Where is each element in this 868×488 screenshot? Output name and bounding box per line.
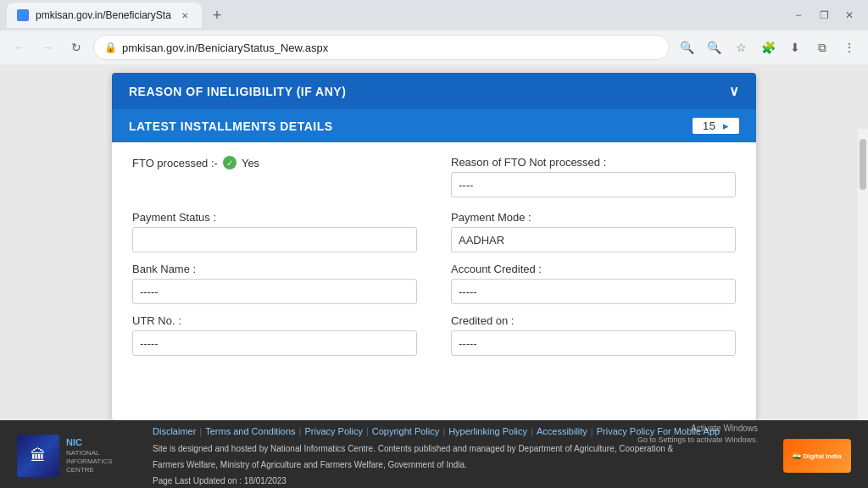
installment-badge: 15 ▸	[693, 118, 739, 134]
fto-left: FTO processed :- ✓ Yes	[132, 156, 417, 173]
copyright-link[interactable]: Copyright Policy	[372, 424, 439, 440]
close-button[interactable]: ✕	[837, 3, 861, 27]
forward-button[interactable]: →	[36, 36, 59, 59]
payment-status-input[interactable]	[132, 227, 417, 252]
payment-status-group: Payment Status :	[132, 211, 417, 252]
disclaimer-link[interactable]: Disclaimer	[153, 424, 196, 440]
menu-icon[interactable]: ⋮	[837, 36, 861, 59]
installment-arrow-icon: ▸	[723, 119, 730, 132]
scrollbar-thumb[interactable]	[860, 139, 866, 190]
zoom-icon[interactable]: 🔍	[702, 36, 726, 59]
accessibility-link[interactable]: Accessibility	[537, 424, 587, 440]
credited-on-label: Credited on :	[451, 314, 736, 327]
installment-section-header: LATEST INSTALLMENTS DETAILS 15 ▸	[112, 109, 756, 142]
lock-icon: 🔒	[104, 42, 117, 53]
browser-tab[interactable]: 🌐 pmkisan.gov.in/BeneficiaryStatu... ✕	[7, 3, 202, 28]
credited-on-input[interactable]	[451, 330, 736, 356]
download-icon[interactable]: ⬇	[783, 36, 807, 59]
main-content: REASON OF INELIGIBILITY (IF ANY) ∨ LATES…	[0, 64, 868, 420]
fto-row: FTO processed :- ✓ Yes Reason of FTO Not…	[132, 156, 736, 197]
tab-close-button[interactable]: ✕	[178, 8, 192, 22]
minimize-button[interactable]: −	[787, 3, 810, 27]
utr-input[interactable]	[132, 330, 417, 356]
tab-favicon: 🌐	[17, 9, 29, 21]
bank-name-group: Bank Name :	[132, 263, 417, 304]
bookmark-icon[interactable]: ☆	[729, 36, 753, 59]
privacy-link[interactable]: Privacy Policy	[304, 424, 362, 440]
address-bar[interactable]: 🔒 pmkisan.gov.in/BeniciaryStatus_New.asp…	[93, 35, 670, 60]
nic-title: NIC	[66, 436, 113, 448]
window-controls: − ❐ ✕	[787, 3, 861, 27]
account-credited-input[interactable]	[451, 279, 736, 304]
installment-number: 15	[703, 119, 715, 132]
digital-india-text: 🇮🇳 Digital India	[793, 452, 842, 460]
utr-row: UTR No. : Credited on :	[132, 314, 736, 356]
mobile-policy-link[interactable]: Privacy Policy For Mobile App	[597, 424, 721, 440]
ineligibility-title: REASON OF INELIGIBILITY (IF ANY)	[129, 85, 346, 98]
footer-link-row-1: Disclaimer | Terms and Conditions | Priv…	[153, 424, 766, 440]
bank-name-input[interactable]	[132, 279, 417, 304]
utr-group: UTR No. :	[132, 314, 417, 356]
footer-links: Disclaimer | Terms and Conditions | Priv…	[153, 424, 766, 488]
scrollbar[interactable]	[858, 129, 868, 420]
address-bar-row: ← → ↻ 🔒 pmkisan.gov.in/BeniciaryStatus_N…	[0, 30, 868, 64]
terms-link[interactable]: Terms and Conditions	[205, 424, 295, 440]
chevron-down-icon: ∨	[729, 83, 740, 99]
fto-not-processed-input[interactable]	[451, 172, 736, 197]
utr-label: UTR No. :	[132, 314, 417, 327]
nic-emblem: 🏛	[17, 435, 59, 477]
credited-on-group: Credited on :	[451, 314, 736, 356]
fto-not-processed-label: Reason of FTO Not processed :	[451, 156, 736, 169]
payment-mode-input[interactable]	[451, 227, 736, 252]
payment-status-label: Payment Status :	[132, 211, 417, 224]
account-credited-group: Account Credited :	[451, 263, 736, 304]
payment-mode-group: Payment Mode :	[451, 211, 736, 252]
tab-title: pmkisan.gov.in/BeneficiaryStatu...	[36, 9, 171, 21]
extensions-icon[interactable]: 🧩	[756, 36, 780, 59]
fto-processed-label: FTO processed :- ✓ Yes	[132, 156, 417, 169]
nic-logo: 🏛 NIC NATIONALINFORMATICSCENTRE	[17, 435, 136, 477]
ineligibility-section-header[interactable]: REASON OF INELIGIBILITY (IF ANY) ∨	[112, 73, 756, 109]
url-text: pmkisan.gov.in/BeniciaryStatus_New.aspx	[122, 42, 328, 54]
bank-row: Bank Name : Account Credited :	[132, 263, 736, 304]
footer-desc-2: Farmers Welfare, Ministry of Agriculture…	[153, 458, 766, 472]
maximize-button[interactable]: ❐	[812, 3, 836, 27]
page-container: REASON OF INELIGIBILITY (IF ANY) ∨ LATES…	[112, 73, 756, 420]
footer: 🏛 NIC NATIONALINFORMATICSCENTRE Disclaim…	[0, 420, 868, 488]
search-toolbar-icon[interactable]: 🔍	[675, 36, 698, 59]
digital-india-logo: 🇮🇳 Digital India	[783, 439, 851, 473]
payment-row: Payment Status : Payment Mode :	[132, 211, 736, 252]
nic-full-name: NATIONALINFORMATICSCENTRE	[66, 449, 113, 475]
tab-bar: 🌐 pmkisan.gov.in/BeneficiaryStatu... ✕ +…	[0, 0, 868, 30]
nic-text: NIC NATIONALINFORMATICSCENTRE	[66, 436, 113, 474]
new-tab-button[interactable]: +	[205, 3, 229, 27]
payment-mode-label: Payment Mode :	[451, 211, 736, 224]
footer-last-updated: Page Last Updated on : 18/01/2023	[153, 474, 766, 488]
account-credited-label: Account Credited :	[451, 263, 736, 275]
digital-india-section: 🇮🇳 Digital India	[783, 439, 851, 473]
installment-title: LATEST INSTALLMENTS DETAILS	[129, 119, 333, 133]
split-view-icon[interactable]: ⧉	[810, 36, 834, 59]
fto-right: Reason of FTO Not processed :	[451, 156, 736, 197]
form-section: FTO processed :- ✓ Yes Reason of FTO Not…	[112, 142, 756, 383]
check-icon: ✓	[223, 156, 236, 169]
hyperlinking-link[interactable]: Hyperlinking Policy	[448, 424, 527, 440]
bank-name-label: Bank Name :	[132, 263, 417, 275]
footer-desc-1: Site is designed and hosted by National …	[153, 441, 766, 456]
browser-chrome: 🌐 pmkisan.gov.in/BeneficiaryStatu... ✕ +…	[0, 0, 868, 64]
reload-button[interactable]: ↻	[64, 36, 88, 59]
back-button[interactable]: ←	[7, 36, 31, 59]
toolbar-icons: 🔍 🔍 ☆ 🧩 ⬇ ⧉ ⋮	[675, 36, 861, 59]
